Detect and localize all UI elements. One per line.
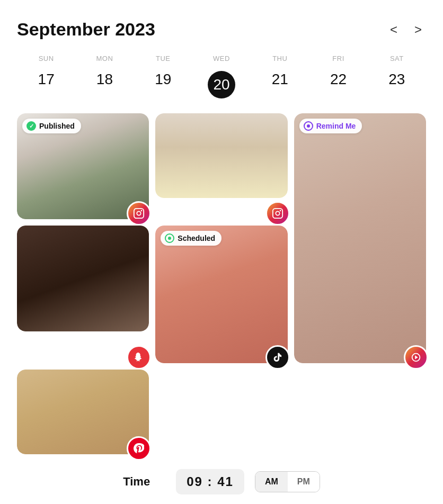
day-header-sun: SUN	[17, 55, 75, 62]
day-19[interactable]: 19	[134, 69, 192, 101]
day-header-sat: SAT	[368, 55, 426, 62]
nav-buttons: < >	[386, 21, 426, 38]
day-header-tue: TUE	[134, 55, 192, 62]
day-18[interactable]: 18	[75, 69, 134, 101]
ampm-group: AM PM	[255, 471, 320, 492]
month-year-title: September 2023	[17, 19, 155, 40]
reels-icon	[127, 201, 151, 226]
remind-label: Remind Me	[316, 122, 356, 130]
svg-rect-3	[272, 209, 282, 218]
time-label: Time	[123, 475, 165, 489]
day-23[interactable]: 23	[368, 69, 426, 101]
day-header-mon: MON	[75, 55, 134, 62]
next-month-button[interactable]: >	[410, 21, 426, 38]
am-button[interactable]: AM	[255, 472, 288, 492]
calendar-row: SUN MON TUE WED THU FRI SAT 17 18 19 20 …	[17, 55, 426, 101]
instagram-icon	[265, 201, 290, 226]
day-header-wed: WED	[192, 55, 251, 62]
snapchat-icon	[127, 345, 151, 370]
pm-button[interactable]: PM	[288, 472, 320, 492]
scheduled-dot	[165, 233, 174, 243]
day-20[interactable]: 20	[192, 69, 251, 101]
day-numbers: 17 18 19 20 21 22 23	[17, 69, 426, 101]
card-4-image	[17, 226, 149, 331]
calendar-header: September 2023 < >	[17, 19, 426, 40]
remind-dot	[304, 121, 313, 131]
card-3-image	[294, 113, 426, 363]
main-container: September 2023 < > SUN MON TUE WED THU F…	[0, 0, 443, 504]
svg-rect-0	[134, 209, 144, 218]
svg-point-5	[279, 210, 281, 212]
published-dot: ✓	[26, 121, 36, 131]
day-header-thu: THU	[251, 55, 309, 62]
published-label: Published	[39, 122, 75, 130]
scheduled-badge: Scheduled	[161, 231, 221, 246]
post-card-5[interactable]: Scheduled	[155, 226, 287, 363]
card-5-image	[155, 226, 287, 363]
remind-dot-inner	[307, 124, 310, 128]
scheduled-label: Scheduled	[178, 234, 215, 242]
tiktok-icon	[265, 345, 290, 370]
svg-point-4	[276, 211, 279, 215]
day-header-fri: FRI	[309, 55, 367, 62]
post-card-6[interactable]	[17, 370, 149, 454]
checkmark-icon: ✓	[29, 123, 34, 130]
day-22[interactable]: 22	[309, 69, 367, 101]
post-card-2[interactable]	[155, 113, 287, 219]
post-card-4[interactable]	[17, 226, 149, 363]
image-grid: ✓ Published	[17, 113, 426, 454]
svg-point-2	[141, 210, 143, 212]
card-2-image	[155, 113, 287, 198]
day-17[interactable]: 17	[17, 69, 75, 101]
post-card-1[interactable]: ✓ Published	[17, 113, 149, 219]
time-display[interactable]: 09 : 41	[176, 469, 244, 494]
post-card-3[interactable]: Remind Me	[294, 113, 426, 363]
svg-point-1	[137, 211, 141, 215]
time-row: Time 09 : 41 AM PM	[17, 463, 426, 499]
day-headers: SUN MON TUE WED THU FRI SAT	[17, 55, 426, 62]
published-badge: ✓ Published	[22, 119, 81, 133]
scheduled-dot-inner	[168, 237, 171, 240]
remind-badge: Remind Me	[299, 119, 362, 133]
day-21[interactable]: 21	[251, 69, 309, 101]
pinterest-icon	[127, 436, 151, 461]
prev-month-button[interactable]: <	[386, 21, 402, 38]
svg-marker-7	[415, 355, 418, 359]
stories-icon	[404, 345, 428, 370]
